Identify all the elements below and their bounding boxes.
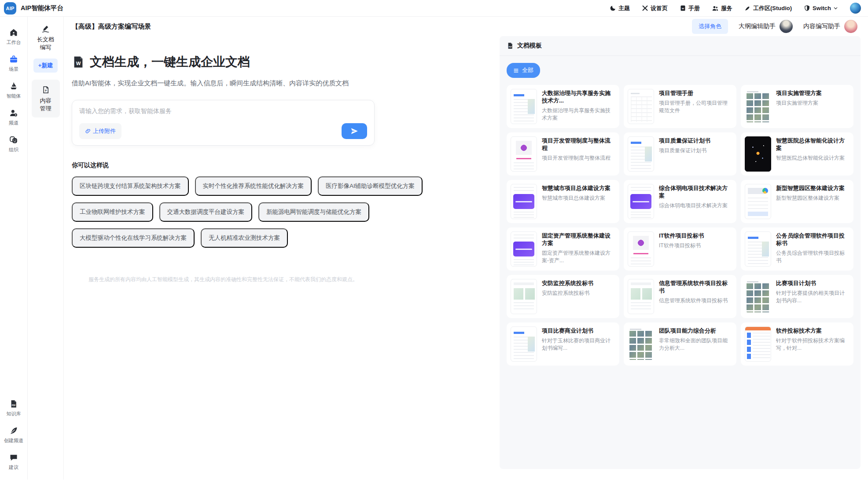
scene-header-right: 选择角色 大纲编辑助手 内容编写助手 xyxy=(692,19,857,34)
template-card[interactable]: 智慧城市项目总体建设方案 智慧城市项目总体建设方案 xyxy=(507,180,619,223)
suggestion-chip[interactable]: 无人机精准农业测技术方案 xyxy=(201,228,288,248)
composer-toolbar: 上传附件 xyxy=(79,123,367,139)
filter-all-label: 全部 xyxy=(522,66,533,74)
sidebar-item-agents[interactable]: 智能体 xyxy=(7,82,21,99)
template-card[interactable]: 大数据治理与共享服务实施技术方... 大数据治理与共享服务实施技术方案 xyxy=(507,85,619,128)
svg-text:w: w xyxy=(681,7,684,10)
sidebar-item-knowledge-base[interactable]: PDF 知识库 xyxy=(7,399,21,417)
content-assistant-avatar[interactable] xyxy=(844,20,857,33)
template-card[interactable]: 项目质量保证计划书 项目质量保证计划书 xyxy=(624,132,736,176)
prompt-composer[interactable]: 请输入您的需求，获取智能体服务 上传附件 xyxy=(72,100,375,146)
template-card[interactable]: 团队项目能力综合分析 非常细致和全面的团队项目能力分析大... xyxy=(624,322,736,366)
suggestions-heading: 你可以这样说 xyxy=(72,161,500,169)
template-card-title: IT软件项目投标书 xyxy=(659,232,704,240)
user-avatar[interactable] xyxy=(850,3,861,14)
template-card[interactable]: 新型智慧园区整体建设方案 新型智慧园区整体建设方案 xyxy=(741,180,853,223)
template-card-desc: 非常细致和全面的团队项目能力分析大... xyxy=(659,337,732,352)
nav-workspace-label: 工作区(Studio) xyxy=(753,4,792,12)
sidebar-label: 知识库 xyxy=(7,410,21,417)
svg-text:PDF: PDF xyxy=(509,46,512,48)
scene-header: 【高级】高级方案编写场景 选择角色 大纲编辑助手 内容编写助手 xyxy=(64,17,868,36)
studio-pen-icon xyxy=(744,5,751,11)
suggestion-chip[interactable]: 区块链跨境支付结算系统架构技术方案 xyxy=(72,176,189,196)
template-card-text: 新型智慧园区整体建设方案 新型智慧园区整体建设方案 xyxy=(776,184,845,219)
top-nav: 主题 设首页 w 手册 服务 工作区(Studio) Switch xyxy=(610,3,861,14)
template-thumbnail xyxy=(628,184,654,219)
template-card[interactable]: 比赛项目计划书 针对于比赛提供的相关项目计划书内容... xyxy=(741,275,853,318)
template-card[interactable]: 固定资产管理系统整体建设方案 固定资产管理系统整体建设方案-资产... xyxy=(507,227,619,271)
template-card[interactable]: 项目开发管理制度与整体流程 项目开发管理制度与整体流程 xyxy=(507,132,619,176)
template-card[interactable]: 公务员综合管理软件项目投标书 公务员综合管理软件项目投标书 xyxy=(741,227,853,271)
sidebar-item-channels[interactable]: 频道 xyxy=(9,109,18,126)
suggestion-chip[interactable]: 工业物联网维护技术方案 xyxy=(72,202,153,222)
nav-set-homepage[interactable]: 设首页 xyxy=(642,4,668,12)
template-thumbnail xyxy=(745,326,771,362)
nav-switch[interactable]: Switch xyxy=(804,5,838,11)
template-card[interactable]: 信息管理系统软件项目投标书 信息管理系统软件项目投标书 xyxy=(624,275,736,318)
content-file-icon: P xyxy=(42,86,50,94)
template-card-title: 项目开发管理制度与整体流程 xyxy=(542,137,615,152)
sidebar-label: 建议 xyxy=(9,464,18,471)
template-card-desc: 项目质量保证计划书 xyxy=(659,147,710,154)
template-card-title: 项目质量保证计划书 xyxy=(659,137,710,145)
outline-assistant-avatar[interactable] xyxy=(780,20,793,33)
svg-text:P: P xyxy=(45,89,47,92)
new-doc-button[interactable]: +新建 xyxy=(33,59,58,73)
template-card-desc: IT软件项目投标书 xyxy=(659,242,704,249)
template-card-text: 固定资产管理系统整体建设方案 固定资产管理系统整体建设方案-资产... xyxy=(542,231,615,267)
template-card[interactable]: 项目管理手册 项目管理手册，公司项目管理规范文件 xyxy=(624,85,736,128)
filter-all-button[interactable]: 全部 xyxy=(507,63,540,78)
sidebar-item-organization[interactable]: 组织 xyxy=(9,136,18,153)
nav-theme[interactable]: 主题 xyxy=(610,4,630,12)
template-thumbnail xyxy=(511,184,537,219)
template-card-text: 智慧医院总体智能化设计方案 智慧医院总体智能化设计方案 xyxy=(776,136,850,172)
moon-icon xyxy=(610,5,616,11)
template-card-desc: 信息管理系统软件项目投标书 xyxy=(659,297,732,304)
template-card-title: 公务员综合管理软件项目投标书 xyxy=(776,232,850,247)
template-card-title: 团队项目能力综合分析 xyxy=(659,327,732,335)
template-card[interactable]: 安防监控系统投标书 安防监控系统投标书 xyxy=(507,275,619,318)
sidebar-item-create-channel[interactable]: 创建频道 xyxy=(4,426,23,444)
send-button[interactable] xyxy=(342,123,367,139)
template-card-desc: 新型智慧园区整体建设方案 xyxy=(776,194,845,202)
subrail-item-content-management[interactable]: P 内容管理 xyxy=(32,80,60,117)
template-card-title: 智慧城市项目总体建设方案 xyxy=(542,185,611,192)
sub-rail: 长文档编写 +新建 P 内容管理 xyxy=(28,17,64,480)
prompt-input[interactable]: 请输入您的需求，获取智能体服务 xyxy=(79,107,367,115)
template-card[interactable]: IT软件项目投标书 IT软件项目投标书 xyxy=(624,227,736,271)
app-title: AIP智能体平台 xyxy=(21,4,63,12)
nav-workspace-studio[interactable]: 工作区(Studio) xyxy=(744,4,792,12)
template-card[interactable]: 项目比赛商业计划书 针对于玉林比赛的项目商业计划书编写... xyxy=(507,322,619,366)
organization-masks-icon xyxy=(9,136,18,144)
suggestion-chip[interactable]: 交通大数据调度平台建设方案 xyxy=(159,202,253,222)
template-card[interactable]: 智慧医院总体智能化设计方案 智慧医院总体智能化设计方案 xyxy=(741,132,853,176)
suggestion-chip[interactable]: 大模型驱动个性化在线学习系统解决方案 xyxy=(72,228,195,248)
nav-manual[interactable]: w 手册 xyxy=(680,4,700,12)
template-card-desc: 针对于软件招投标技术方案编写，针对... xyxy=(776,337,850,352)
template-card[interactable]: 项目实施管理方案 项目实施管理方案 xyxy=(741,85,853,128)
sidebar-item-scenes[interactable]: 场景 xyxy=(9,55,18,73)
suggestion-chip[interactable]: 实时个性化推荐系统性能优化解决方案 xyxy=(195,176,312,196)
suggestion-chip[interactable]: 新能源电网智能调度与储能优化方案 xyxy=(258,202,369,222)
assistant-outline-editor[interactable]: 大纲编辑助手 xyxy=(739,20,793,33)
choose-role-button[interactable]: 选择角色 xyxy=(692,19,728,34)
suggestion-chip[interactable]: 医疗影像AI辅助诊断模型优化方案 xyxy=(318,176,423,196)
template-card-title: 软件投标技术方案 xyxy=(776,327,850,335)
sidebar-label: 智能体 xyxy=(7,93,21,99)
sidebar-label: 场景 xyxy=(9,66,18,73)
template-card-title: 新型智慧园区整体建设方案 xyxy=(776,185,845,192)
template-card[interactable]: 软件投标技术方案 针对于软件招投标技术方案编写，针对... xyxy=(741,322,853,366)
sidebar-item-feedback[interactable]: 建议 xyxy=(9,453,18,471)
template-thumbnail xyxy=(628,89,654,124)
assistant-content-writer[interactable]: 内容编写助手 xyxy=(803,20,857,33)
sidebar-item-workbench[interactable]: 工作台 xyxy=(7,28,21,46)
template-grid: 大数据治理与共享服务实施技术方... 大数据治理与共享服务实施技术方案 项目管理… xyxy=(507,85,853,366)
upload-attachment-button[interactable]: 上传附件 xyxy=(79,123,121,139)
svg-text:W: W xyxy=(76,61,81,66)
brand[interactable]: AIP AIP智能体平台 xyxy=(4,2,63,15)
nav-service[interactable]: 服务 xyxy=(712,4,732,12)
template-card[interactable]: 综合体弱电项目技术解决方案 综合体弱电项目技术解决方案 xyxy=(624,180,736,223)
templates-panel-body: 全部 大数据治理与共享服务实施技术方... 大数据治理与共享服务实施技术方案 项… xyxy=(500,56,861,373)
subrail-item-long-doc-writing[interactable]: 长文档编写 xyxy=(36,25,56,51)
template-card-desc: 固定资产管理系统整体建设方案-资产... xyxy=(542,249,615,264)
